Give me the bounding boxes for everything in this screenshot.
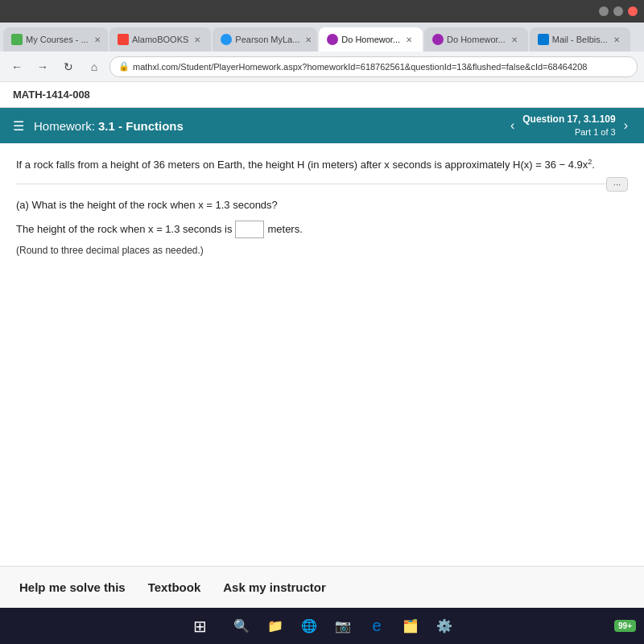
tab-favicon-3 <box>221 34 232 45</box>
bottom-bar: Help me solve this Textbook Ask my instr… <box>0 566 644 608</box>
tab-my-courses[interactable]: My Courses - ... ✕ <box>3 27 108 52</box>
notification-badge: 99+ <box>614 620 636 632</box>
edge-icon[interactable]: e <box>364 613 390 639</box>
tab-label-3: Pearson MyLa... <box>235 35 299 44</box>
page-content: MATH-1414-008 ☰ Homework: 3.1 - Function… <box>0 82 644 608</box>
folder-icon[interactable]: 🗂️ <box>398 613 423 639</box>
course-header: MATH-1414-008 <box>0 82 644 108</box>
homework-title: Homework: 3.1 - Functions <box>34 119 507 133</box>
settings-icon[interactable]: ⚙️ <box>431 613 457 639</box>
ask-instructor-button[interactable]: Ask my instructor <box>223 580 326 594</box>
homework-title-prefix: Homework: <box>34 119 98 133</box>
tab-favicon-4 <box>327 34 338 45</box>
question-area: If a rock falls from a height of 36 mete… <box>0 143 644 271</box>
file-explorer-icon[interactable]: 📁 <box>262 613 288 639</box>
maximize-btn[interactable] <box>613 6 623 16</box>
home-button[interactable]: ⌂ <box>84 56 105 77</box>
tab-label-5: Do Homewor... <box>447 35 506 44</box>
menu-icon[interactable]: ☰ <box>13 118 24 134</box>
minimize-btn[interactable] <box>599 6 609 16</box>
homework-nav: ‹ Question 17, 3.1.109 Part 1 of 3 › <box>507 114 631 138</box>
search-button[interactable]: 🔍 <box>229 613 254 639</box>
tab-close-2[interactable]: ✕ <box>192 34 203 45</box>
question-number: Question 17, 3.1.109 <box>522 114 615 126</box>
question-info: Question 17, 3.1.109 Part 1 of 3 <box>522 114 615 138</box>
prev-question-button[interactable]: ‹ <box>507 115 518 136</box>
tab-label-4: Do Homewor... <box>341 35 400 44</box>
tab-favicon-2 <box>118 34 129 45</box>
round-note: (Round to three decimal places as needed… <box>16 243 628 258</box>
homework-header: ☰ Homework: 3.1 - Functions ‹ Question 1… <box>0 108 644 143</box>
camera-icon[interactable]: 📷 <box>330 613 356 639</box>
tab-close-5[interactable]: ✕ <box>509 34 520 45</box>
lock-icon: 🔒 <box>118 61 130 72</box>
tab-favicon-6 <box>538 34 549 45</box>
title-bar-controls <box>599 6 638 16</box>
title-bar <box>0 0 644 23</box>
next-question-button[interactable]: › <box>621 115 631 136</box>
tab-close-4[interactable]: ✕ <box>403 34 415 45</box>
tab-favicon-1 <box>11 34 23 45</box>
tab-mail[interactable]: Mail - Belbis... ✕ <box>530 27 630 52</box>
part-label: Part 1 of 3 <box>522 126 615 138</box>
tab-label-2: AlamoBOOKS <box>132 35 188 44</box>
part-a-question: (a) What is the height of the rock when … <box>16 197 628 214</box>
url-text: mathxl.com/Student/PlayerHomework.aspx?h… <box>133 62 587 72</box>
tab-close-1[interactable]: ✕ <box>92 34 103 45</box>
answer-suffix: meters. <box>267 221 302 238</box>
tab-do-homework-active[interactable]: Do Homewor... ✕ <box>319 27 423 52</box>
answer-prefix: The height of the rock when x = 1.3 seco… <box>16 221 232 238</box>
tab-do-homework-2[interactable]: Do Homewor... ✕ <box>424 27 528 52</box>
tab-close-6[interactable]: ✕ <box>611 34 622 45</box>
browser-icon[interactable]: 🌐 <box>296 613 322 639</box>
problem-text: If a rock falls from a height of 36 mete… <box>16 156 628 174</box>
nav-bar: ← → ↻ ⌂ 🔒 mathxl.com/Student/PlayerHomew… <box>0 52 644 82</box>
tab-label-6: Mail - Belbis... <box>552 35 608 44</box>
course-code: MATH-1414-008 <box>13 89 90 101</box>
tab-label-1: My Courses - ... <box>26 35 89 44</box>
tab-favicon-5 <box>432 34 444 45</box>
tab-close-3[interactable]: ✕ <box>303 34 314 45</box>
textbook-button[interactable]: Textbook <box>148 580 201 594</box>
problem-text-main: If a rock falls from a height of 36 mete… <box>16 159 588 171</box>
back-button[interactable]: ← <box>6 56 27 77</box>
taskbar: ⊞ 🔍 📁 🌐 📷 e 🗂️ ⚙️ 99+ <box>0 608 644 644</box>
answer-line: The height of the rock when x = 1.3 seco… <box>16 221 628 238</box>
reload-button[interactable]: ↻ <box>58 56 79 77</box>
tab-pearson[interactable]: Pearson MyLa... ✕ <box>213 27 317 52</box>
problem-period: . <box>592 159 595 171</box>
divider <box>16 184 606 184</box>
help-solve-button[interactable]: Help me solve this <box>19 580 126 594</box>
tab-alamobooks[interactable]: AlamoBOOKS ✕ <box>109 27 211 52</box>
address-bar[interactable]: 🔒 mathxl.com/Student/PlayerHomework.aspx… <box>109 56 638 77</box>
browser-chrome: My Courses - ... ✕ AlamoBOOKS ✕ Pearson … <box>0 0 644 82</box>
start-button[interactable]: ⊞ <box>187 613 213 639</box>
forward-button[interactable]: → <box>32 56 53 77</box>
more-button[interactable]: ··· <box>606 177 628 192</box>
homework-title-bold: 3.1 - Functions <box>98 119 184 133</box>
answer-input[interactable] <box>235 221 264 238</box>
tab-bar: My Courses - ... ✕ AlamoBOOKS ✕ Pearson … <box>0 23 644 52</box>
divider-area: ··· <box>16 184 628 184</box>
close-btn[interactable] <box>628 6 638 16</box>
